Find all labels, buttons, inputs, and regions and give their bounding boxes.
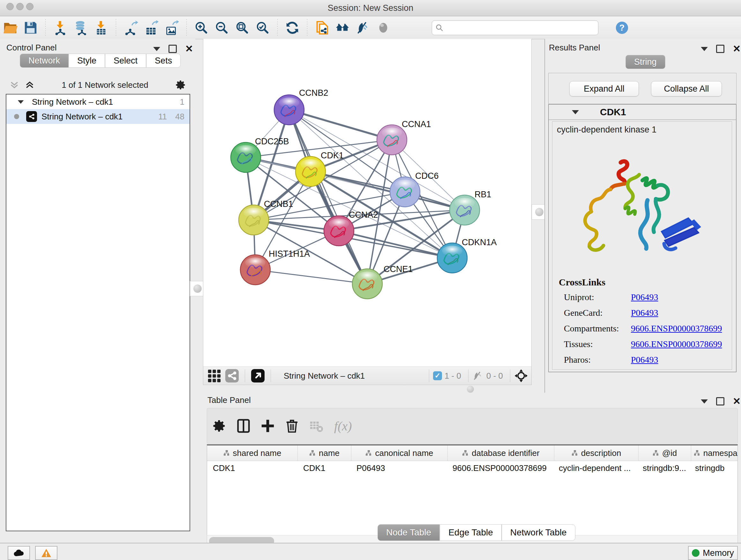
network-node-cdk1[interactable] <box>295 157 326 186</box>
network-node-ccna1[interactable] <box>377 125 407 155</box>
home-button[interactable] <box>332 19 353 37</box>
network-node-ccnb1[interactable] <box>239 205 269 235</box>
delete-column-button[interactable] <box>280 417 304 435</box>
add-column-button[interactable] <box>256 417 280 435</box>
results-panel-close-icon[interactable]: ✕ <box>733 46 741 52</box>
tab-select[interactable]: Select <box>105 54 146 68</box>
expand-all-button[interactable]: Expand All <box>569 81 639 97</box>
collapse-all-icon[interactable] <box>9 79 20 90</box>
network-edge[interactable] <box>255 270 367 284</box>
zoom-in-button[interactable] <box>191 19 212 37</box>
table-panel-float-icon[interactable] <box>716 397 724 406</box>
table-options-button[interactable] <box>207 417 231 435</box>
help-icon: ? <box>615 20 629 35</box>
table-cell[interactable]: stringdb <box>689 463 738 473</box>
network-edge[interactable] <box>311 172 465 210</box>
table-cell[interactable]: CDK1 <box>297 463 351 473</box>
control-panel-float-icon[interactable] <box>169 45 177 53</box>
gene-entry-header[interactable]: CDK1 <box>549 105 736 120</box>
crosslink-link[interactable]: P06493 <box>631 292 658 302</box>
table-cell[interactable]: 9606.ENSP00000378699 <box>447 463 553 473</box>
column-header-shared-name[interactable]: shared name <box>207 445 298 461</box>
expand-all-icon[interactable] <box>24 79 35 90</box>
network-view-toggle-button[interactable] <box>223 367 241 385</box>
network-node-ccne1[interactable] <box>352 269 382 299</box>
column-header-description[interactable]: description <box>554 445 638 461</box>
bottom-splitter-handle[interactable] <box>467 386 474 393</box>
tab-sets[interactable]: Sets <box>146 54 181 68</box>
network-edge[interactable] <box>289 110 392 140</box>
column-header--id[interactable]: @id <box>638 445 691 461</box>
network-row[interactable]: String Network – cdk1 11 48 <box>6 109 190 124</box>
crosslink-link[interactable]: P06493 <box>631 355 658 365</box>
hide-glasses-button[interactable] <box>353 19 373 37</box>
detach-view-button[interactable] <box>249 367 267 385</box>
crosslink-link[interactable]: 9606.ENSP00000378699 <box>631 323 722 334</box>
refresh-button[interactable] <box>282 19 302 37</box>
gene-entry-box: CDK1 cyclin-dependent kinase 1 <box>548 104 737 372</box>
table-row[interactable]: CDK1CDK1P064939606.ENSP00000378699cyclin… <box>207 461 738 475</box>
selected-checkbox-icon[interactable]: ✓ <box>433 371 442 380</box>
tab-network[interactable]: Network <box>20 54 69 68</box>
tab-node-table[interactable]: Node Table <box>378 524 440 541</box>
tab-network-table[interactable]: Network Table <box>502 524 576 541</box>
column-header-namespace[interactable]: namespace <box>691 445 738 461</box>
crosslink-link[interactable]: P06493 <box>631 308 658 318</box>
crosslink-label: Uniprot: <box>559 292 631 302</box>
open-file-button[interactable] <box>0 19 20 37</box>
zoom-out-button[interactable] <box>212 19 232 37</box>
search-input[interactable] <box>444 23 585 33</box>
memory-button[interactable]: Memory <box>688 546 738 560</box>
column-header-database-identifier[interactable]: database identifier <box>448 445 554 461</box>
network-node-hist1h1a[interactable] <box>240 255 270 285</box>
import-table-button[interactable] <box>91 19 111 37</box>
network-canvas[interactable]: CCNB2CCNA1CDC25BCDK1CDC6RB1CCNB1CCNA2CDK… <box>203 39 532 367</box>
column-header-canonical-name[interactable]: canonical name <box>351 445 448 461</box>
save-session-button[interactable] <box>20 19 41 37</box>
show-eye-button[interactable] <box>373 19 394 37</box>
results-panel-float-icon[interactable] <box>716 45 724 53</box>
show-columns-button[interactable] <box>231 417 256 435</box>
gene-collapse-icon[interactable] <box>572 110 579 114</box>
table-panel-close-icon[interactable]: ✕ <box>733 398 741 405</box>
network-node-cdc6[interactable] <box>390 177 420 207</box>
import-network-button[interactable] <box>50 19 71 37</box>
grid-view-button[interactable] <box>205 367 223 385</box>
export-network-button[interactable] <box>121 19 141 37</box>
control-panel-menu-icon[interactable] <box>153 47 160 51</box>
tab-style[interactable]: Style <box>69 54 105 68</box>
network-node-cdc25b[interactable] <box>231 142 261 172</box>
tab-string[interactable]: String <box>625 55 665 69</box>
export-table-button[interactable] <box>141 19 161 37</box>
crosslink-link[interactable]: 9606.ENSP00000378699 <box>631 339 722 349</box>
attribute-icon <box>309 450 316 456</box>
network-options-gear-icon[interactable] <box>175 79 186 91</box>
help-button[interactable]: ? <box>612 19 632 37</box>
network-node-ccnb2[interactable] <box>274 95 304 125</box>
network-node-rb1[interactable] <box>450 195 480 225</box>
table-cell[interactable]: cyclin-dependent ... <box>553 463 637 473</box>
network-node-cdkn1a[interactable] <box>437 243 467 273</box>
network-node-ccna2[interactable] <box>324 216 354 246</box>
table-cell[interactable]: CDK1 <box>207 463 297 473</box>
collapse-all-button[interactable]: Collapse All <box>651 81 722 97</box>
table-cell[interactable]: stringdb:9... <box>637 463 689 473</box>
column-header-name[interactable]: name <box>298 445 351 461</box>
results-panel-menu-icon[interactable] <box>701 47 708 51</box>
warnings-button[interactable] <box>35 546 57 560</box>
import-network-from-database-button[interactable] <box>71 19 91 37</box>
tab-edge-table[interactable]: Edge Table <box>440 524 502 541</box>
clone-network-button[interactable] <box>312 19 332 37</box>
network-graph[interactable]: CCNB2CCNA1CDC25BCDK1CDC6RB1CCNB1CCNA2CDK… <box>203 39 531 367</box>
table-panel-menu-icon[interactable] <box>701 399 708 403</box>
network-collection-row[interactable]: String Network – cdk1 1 <box>6 95 190 109</box>
control-panel-close-icon[interactable]: ✕ <box>185 46 193 52</box>
export-image-button[interactable] <box>161 19 182 37</box>
node-label-ccnb2: CCNB2 <box>299 88 328 98</box>
cloud-status-button[interactable] <box>8 546 30 560</box>
collection-expand-icon[interactable] <box>18 100 24 104</box>
birdseye-navigator-icon[interactable] <box>514 369 528 383</box>
zoom-selected-button[interactable] <box>253 19 273 37</box>
zoom-fit-button[interactable] <box>232 19 253 37</box>
table-cell[interactable]: P06493 <box>351 463 447 473</box>
